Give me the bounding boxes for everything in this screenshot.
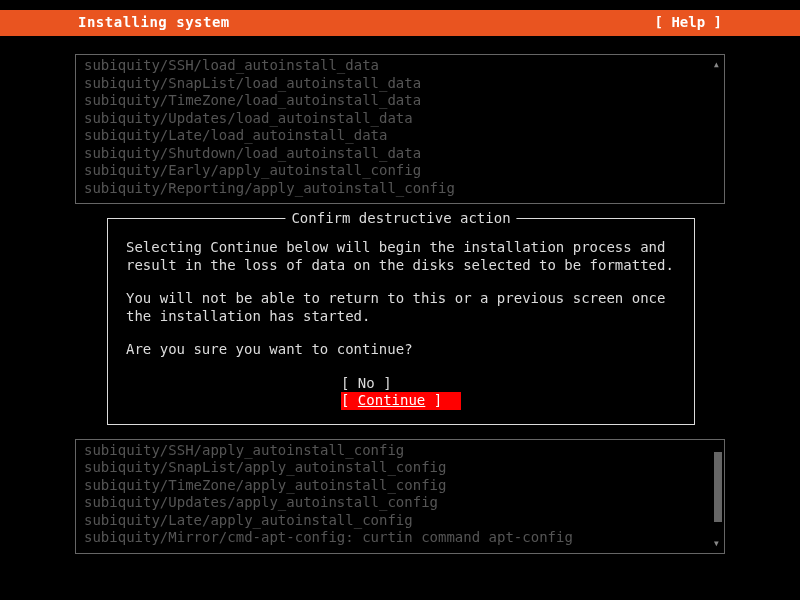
- dialog-text-3: Are you sure you want to continue?: [126, 341, 676, 359]
- dialog-title: Confirm destructive action: [285, 210, 516, 228]
- main-area: ▴ subiquity/SSH/load_autoinstall_data su…: [0, 36, 800, 554]
- log-output-bottom: ▾ subiquity/SSH/apply_autoinstall_config…: [75, 439, 725, 554]
- dialog-text-2: You will not be able to return to this o…: [126, 290, 676, 325]
- log-line: subiquity/Updates/apply_autoinstall_conf…: [84, 494, 716, 512]
- log-content-bottom: subiquity/SSH/apply_autoinstall_config s…: [76, 440, 724, 549]
- scrollbar[interactable]: [714, 444, 722, 549]
- page-title: Installing system: [78, 14, 230, 32]
- log-line: subiquity/SSH/load_autoinstall_data: [84, 57, 716, 75]
- log-line: subiquity/Updates/load_autoinstall_data: [84, 110, 716, 128]
- help-button[interactable]: [ Help ]: [655, 14, 722, 32]
- dialog-body: Selecting Continue below will begin the …: [126, 239, 676, 359]
- log-content-top: subiquity/SSH/load_autoinstall_data subi…: [76, 55, 724, 199]
- log-line: subiquity/Late/apply_autoinstall_config: [84, 512, 716, 530]
- log-line: subiquity/Shutdown/load_autoinstall_data: [84, 145, 716, 163]
- dialog-buttons: [ No ] [ Continue ]: [126, 375, 676, 410]
- continue-button[interactable]: [ Continue ]: [341, 392, 461, 410]
- scrollbar-thumb[interactable]: [714, 452, 722, 522]
- log-line: subiquity/SnapList/load_autoinstall_data: [84, 75, 716, 93]
- header-bar: Installing system [ Help ]: [0, 10, 800, 36]
- log-line: subiquity/TimeZone/load_autoinstall_data: [84, 92, 716, 110]
- log-line: subiquity/SnapList/apply_autoinstall_con…: [84, 459, 716, 477]
- log-line: subiquity/SSH/apply_autoinstall_config: [84, 442, 716, 460]
- log-output-top: ▴ subiquity/SSH/load_autoinstall_data su…: [75, 54, 725, 204]
- confirm-dialog: Confirm destructive action Selecting Con…: [107, 218, 695, 425]
- scroll-up-icon: ▴: [713, 57, 720, 72]
- continue-button-label: Continue: [358, 392, 425, 408]
- log-line: subiquity/Late/load_autoinstall_data: [84, 127, 716, 145]
- log-line: subiquity/Mirror/cmd-apt-config: curtin …: [84, 529, 716, 547]
- log-line: subiquity/Reporting/apply_autoinstall_co…: [84, 180, 716, 198]
- log-line: subiquity/TimeZone/apply_autoinstall_con…: [84, 477, 716, 495]
- scroll-down-icon: ▾: [713, 536, 720, 551]
- log-line: subiquity/Early/apply_autoinstall_config: [84, 162, 716, 180]
- no-button[interactable]: [ No ]: [341, 375, 461, 393]
- dialog-text-1: Selecting Continue below will begin the …: [126, 239, 676, 274]
- no-button-label: No: [358, 375, 375, 391]
